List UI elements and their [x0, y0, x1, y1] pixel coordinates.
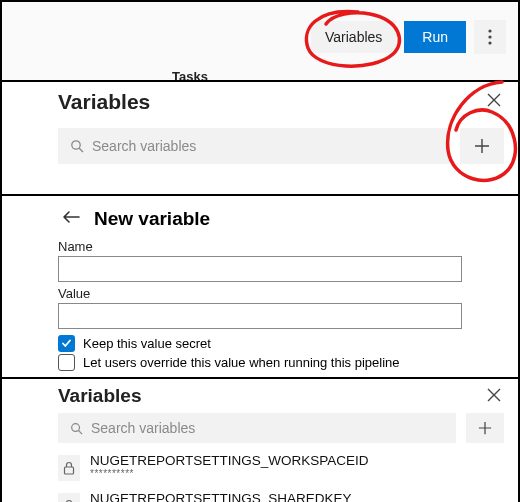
new-variable-title: New variable — [94, 208, 210, 230]
variables-panel-empty: Variables — [0, 80, 520, 194]
lock-icon — [58, 455, 80, 481]
add-variable-button[interactable] — [460, 128, 504, 164]
search-box[interactable] — [58, 128, 450, 164]
new-variable-form: New variable Name Value Keep this value … — [0, 194, 520, 377]
arrow-left-icon — [62, 210, 80, 224]
back-button[interactable] — [58, 206, 84, 231]
svg-line-6 — [79, 430, 83, 434]
search-icon — [70, 422, 83, 435]
svg-point-1 — [488, 35, 491, 38]
value-label: Value — [58, 286, 462, 301]
checkmark-icon — [61, 338, 72, 349]
kebab-icon — [488, 29, 492, 45]
search-icon — [70, 139, 84, 153]
search-input[interactable] — [92, 138, 438, 154]
more-options-button[interactable] — [474, 20, 506, 54]
secret-label: Keep this value secret — [83, 336, 211, 351]
search-input[interactable] — [91, 420, 444, 436]
value-input[interactable] — [58, 303, 462, 329]
panel-title: Variables — [58, 385, 504, 407]
svg-rect-7 — [65, 467, 74, 474]
add-variable-button[interactable] — [466, 413, 504, 443]
pipeline-toolbar: Variables Run Tasks — [0, 0, 520, 80]
variable-row[interactable]: NUGETREPORTSETTINGS_WORKSPACEID ********… — [58, 453, 504, 481]
svg-point-0 — [488, 29, 491, 32]
override-label: Let users override this value when runni… — [83, 355, 400, 370]
variables-button[interactable]: Variables — [311, 21, 396, 53]
close-button[interactable] — [486, 387, 502, 407]
close-icon — [486, 92, 502, 108]
variable-name: NUGETREPORTSETTINGS_WORKSPACEID — [90, 453, 369, 468]
name-input[interactable] — [58, 256, 462, 282]
variables-panel-populated: Variables NUGETREPORTSETTINGS_WORKSPACEI… — [0, 377, 520, 502]
svg-point-5 — [72, 423, 80, 431]
panel-title: Variables — [58, 90, 504, 114]
plus-icon — [478, 421, 492, 435]
plus-icon — [474, 138, 490, 154]
svg-point-2 — [488, 41, 491, 44]
svg-line-4 — [79, 148, 83, 152]
variable-row[interactable]: NUGETREPORTSETTINGS_SHAREDKEY — [58, 491, 504, 502]
close-icon — [486, 387, 502, 403]
name-label: Name — [58, 239, 462, 254]
variable-name: NUGETREPORTSETTINGS_SHAREDKEY — [90, 491, 352, 502]
search-box[interactable] — [58, 413, 456, 443]
close-button[interactable] — [486, 92, 502, 112]
variable-mask: ********** — [90, 468, 369, 479]
override-checkbox[interactable] — [58, 354, 75, 371]
svg-point-3 — [72, 141, 80, 149]
run-button[interactable]: Run — [404, 21, 466, 53]
lock-icon — [58, 493, 80, 502]
secret-checkbox[interactable] — [58, 335, 75, 352]
